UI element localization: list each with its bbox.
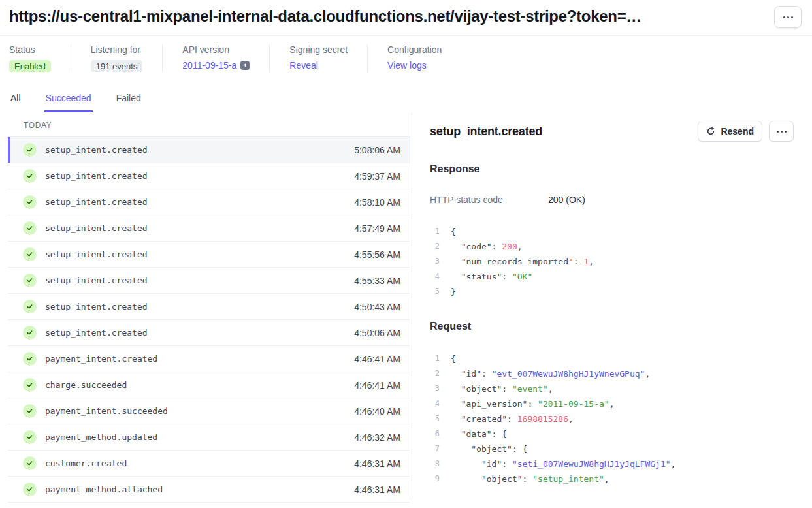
header-more-button[interactable] [774,6,802,28]
code-token: } [451,284,456,299]
line-number: 9 [430,471,440,486]
line-number: 1 [430,224,440,239]
event-list: setup_intent.created5:08:06 AMsetup_inte… [8,137,410,503]
event-time: 4:58:10 AM [354,197,400,208]
code-token: , [671,456,676,471]
code-token: "num_records_imported": [451,254,584,269]
code-line: 3 "num_records_imported": 1, [430,254,794,269]
code-token: { [451,224,456,239]
http-status-value: 200 (OK) [548,195,585,205]
code-line: 6 "data": { [430,426,794,441]
code-line: 9 "object": "setup_intent", [430,471,794,486]
event-name: setup_intent.created [45,249,148,259]
event-name: setup_intent.created [45,276,148,285]
code-token: "object": [451,471,532,486]
info-icon: i [240,61,250,70]
event-name: payment_intent.succeeded [45,406,168,416]
event-row[interactable]: payment_method.updated4:46:32 AM [8,424,410,451]
code-token: 1 [584,254,589,269]
code-line: 2 "id": "evt_007WewuJW8hgHJ1yWnevGPuq", [430,366,794,381]
line-number: 4 [430,269,440,284]
success-check-icon [23,326,37,340]
event-name: charge.succeeded [45,380,127,390]
event-row[interactable]: customer.created4:46:31 AM [8,451,410,477]
view-logs-link[interactable]: View logs [387,60,427,71]
event-row[interactable]: payment_intent.succeeded4:46:40 AM [8,398,410,424]
summary-label: Signing secret [289,44,348,55]
code-token: , [645,366,650,381]
summary-item-api-version: API version2011-09-15-ai [162,44,269,72]
line-number: 5 [430,284,440,299]
code-line: 7 "object": { [430,441,794,456]
success-check-icon [23,430,37,444]
line-number: 7 [430,441,440,456]
event-list-pane: TODAY setup_intent.created5:08:06 AMsetu… [0,112,410,500]
resend-icon [706,127,715,136]
event-time: 4:57:49 AM [354,223,400,234]
reveal-link[interactable]: Reveal [289,60,318,71]
event-detail-title: setup_intent.created [430,125,542,138]
code-token: , [548,381,553,396]
api-version-link[interactable]: 2011-09-15-a [182,60,236,71]
event-time: 4:46:31 AM [354,458,400,469]
result-filter-tabs: AllSucceededFailed [0,90,812,112]
tab-succeeded[interactable]: Succeeded [44,90,93,112]
event-row[interactable]: setup_intent.created5:08:06 AM [8,137,410,163]
event-row[interactable]: setup_intent.created4:55:56 AM [8,242,410,268]
code-token: "id": [451,456,512,471]
resend-button[interactable]: Resend [698,121,762,142]
code-token: "api_version": [451,396,538,411]
event-time: 4:46:32 AM [354,432,400,443]
event-row[interactable]: setup_intent.created4:55:33 AM [8,268,410,294]
event-row[interactable]: payment_intent.created4:46:41 AM [8,346,410,372]
code-token: { [451,351,456,366]
line-number: 3 [430,381,440,396]
event-detail-pane: setup_intent.created Resend Response HTT… [410,112,812,500]
code-token: "status": [451,269,512,284]
event-name: payment_method.updated [45,432,157,442]
event-row[interactable]: setup_intent.created4:57:49 AM [8,215,410,242]
event-row[interactable]: setup_intent.created4:50:06 AM [8,320,410,346]
line-number: 2 [430,366,440,381]
event-row[interactable]: payment_method.attached4:46:31 AM [8,477,410,503]
code-token: "2011-09-15-a" [538,396,609,411]
code-token: , [568,411,574,426]
code-token: "OK" [512,269,532,284]
line-number: 5 [430,411,440,426]
tab-all[interactable]: All [9,90,22,112]
event-name: setup_intent.created [45,302,148,311]
event-time: 4:46:41 AM [354,354,400,364]
summary-item-signing-secret: Signing secretReveal [269,44,367,72]
success-check-icon [23,221,37,235]
event-row[interactable]: charge.succeeded4:46:41 AM [8,372,410,398]
line-number: 2 [430,239,440,254]
success-check-icon [23,169,37,183]
success-check-icon [23,456,37,470]
event-name: setup_intent.created [45,197,148,207]
success-check-icon [23,352,37,366]
code-token: "evt_007WewuJW8hgHJ1yWnevGPuq" [492,366,645,381]
event-name: payment_intent.created [45,354,157,364]
detail-more-button[interactable] [769,121,794,142]
code-line: 5} [430,284,794,299]
response-json-viewer: 1{2 "code": 200,3 "num_records_imported"… [430,224,794,299]
line-number: 8 [430,456,440,471]
code-line: 1{ [430,224,794,239]
detail-actions: Resend [698,121,794,142]
endpoint-header: https://us-central1-mixpanel-internal-da… [0,0,812,36]
request-heading: Request [430,321,794,332]
tab-failed[interactable]: Failed [115,90,142,112]
event-row[interactable]: setup_intent.created4:58:10 AM [8,189,410,215]
summary-item-configuration: ConfigurationView logs [367,44,461,72]
summary-label: Configuration [387,44,442,55]
summary-value: Reveal [289,60,348,71]
success-check-icon [23,274,37,287]
event-row[interactable]: setup_intent.created4:50:43 AM [8,294,410,320]
event-row[interactable]: setup_intent.created4:59:37 AM [8,163,410,189]
success-check-icon [23,483,37,496]
events-count-badge: 191 events [91,60,143,72]
success-check-icon [23,247,37,261]
summary-value: 191 events [91,60,143,72]
line-number: 3 [430,254,440,269]
event-time: 4:50:06 AM [354,328,400,338]
